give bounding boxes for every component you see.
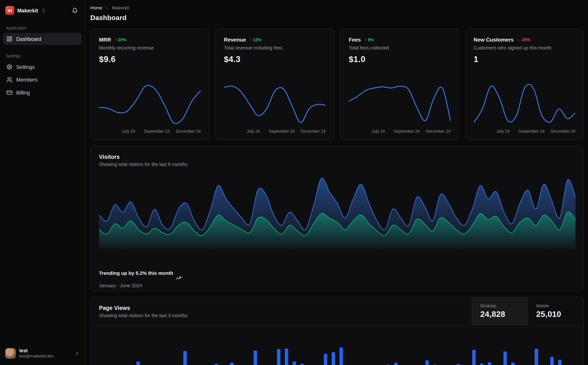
sidebar-item-billing[interactable]: Billing [3,86,82,99]
stat-delta-badge: ↑20% [115,37,126,42]
layout-dashboard-icon [7,36,13,42]
revenue-sparkline-chart: July 24 September 24 December 24 [224,83,325,135]
trend-arrow-icon: ↓ [517,37,519,42]
workspace-logo: m [5,6,14,15]
mrr-sparkline-chart: July 24 September 24 December 24 [99,83,201,135]
stat-title: Revenue [224,37,246,43]
page-views-subtitle: Showing total visitors for the last 3 mo… [99,313,463,318]
breadcrumb-current: Makerkit [112,5,129,11]
section-label-application: Application [3,23,82,32]
sidebar-item-label: Members [16,77,38,83]
toggle-value: 24,828 [480,309,519,319]
breadcrumb-home-link[interactable]: Home [90,5,102,11]
sidebar-item-label: Settings [16,64,35,70]
fees-sparkline-chart: July 24 September 24 December 24 [349,83,450,135]
x-axis-label: July 24 [247,129,260,133]
workspace-logo-letter: m [7,8,12,14]
bell-icon [72,8,78,14]
stat-subtitle: Total fees collected [349,45,450,51]
user-name: test [19,348,54,354]
stat-subtitle: Customers who signed up this month [474,45,575,51]
credit-card-icon [7,90,13,96]
page-views-toggle-desktop[interactable]: Desktop 24,828 [471,297,527,325]
x-axis-label: July 24 [372,129,385,133]
new-customers-sparkline-chart: July 24 September 24 December 24 [474,83,575,135]
x-axis-label: September 24 [269,129,295,133]
section-label-settings: Settings [3,51,82,60]
stat-card-fees: Fees ↑9% Total fees collected $1.0 July … [340,29,459,140]
visitors-card: Visitors Showing total visitors for the … [90,146,584,292]
x-axis-label: July 24 [497,129,510,133]
app-window: m Makerkit Application Dashboard Setting… [0,0,588,365]
chevrons-up-down-icon [75,351,79,356]
stat-title: New Customers [474,37,514,43]
sidebar-item-members[interactable]: Members [3,74,82,86]
stat-value: $9.6 [99,54,201,64]
stat-value: 1 [474,54,575,64]
x-axis-label: September 24 [519,129,545,133]
notifications-button[interactable] [70,6,79,15]
stat-delta-badge: ↑12% [250,37,261,42]
sidebar-item-settings[interactable]: Settings [3,61,82,73]
toggle-label: Desktop [480,304,519,308]
workspace-switcher[interactable]: m Makerkit [3,4,82,17]
sidebar-item-label: Dashboard [16,36,41,42]
user-email: test@makerkit.dev [19,354,54,359]
gear-icon [7,64,13,70]
x-axis-label: September 24 [144,129,170,133]
toggle-label: Mobile [536,304,575,308]
page-views-title: Page Views [99,305,463,311]
x-axis-label: July 24 [122,129,135,133]
sidebar-item-dashboard[interactable]: Dashboard [3,33,82,45]
chevron-right-icon [105,6,109,10]
stat-card-revenue: Revenue ↑12% Total revenue including fee… [215,29,334,140]
stat-card-mrr: MRR ↑20% Monthly recurring revenue $9.6 … [90,29,209,140]
x-axis-label: December 24 [426,129,450,133]
page-title: Dashboard [90,14,584,22]
visitors-title: Visitors [99,154,575,160]
main-content: Home Makerkit Dashboard MRR ↑20% Monthly… [85,0,588,365]
trend-arrow-icon: ↑ [250,37,252,42]
stat-subtitle: Monthly recurring revenue [99,45,201,51]
trend-arrow-icon: ↑ [115,37,117,42]
workspace-name: Makerkit [17,8,38,14]
visitors-trend-text: Trending up by 5.2% this month [99,270,173,276]
stat-title: MRR [99,37,111,43]
stat-subtitle: Total revenue including fees [224,45,325,51]
avatar [5,348,16,359]
page-views-bar-chart [91,325,583,365]
toggle-value: 25,010 [536,309,575,319]
trending-up-icon [176,265,181,281]
stat-delta-badge: ↑9% [365,37,374,42]
stat-value: $1.0 [349,54,450,64]
x-axis-label: December 24 [301,129,326,133]
users-icon [7,77,13,83]
breadcrumb: Home Makerkit [90,5,584,11]
stat-title: Fees [349,37,361,43]
stat-card-new-customers: New Customers ↓-25% Customers who signed… [465,29,584,140]
visitors-date-range: January - June 2024 [99,283,575,288]
sidebar: m Makerkit Application Dashboard Setting… [0,0,85,365]
user-menu[interactable]: test test@makerkit.dev [3,346,82,362]
x-axis-label: December 24 [176,129,201,133]
page-views-toggle-mobile[interactable]: Mobile 25,010 [527,297,583,325]
stat-delta-badge: ↓-25% [517,37,530,42]
trend-arrow-icon: ↑ [365,37,367,42]
sidebar-item-label: Billing [16,90,30,95]
chevrons-up-down-icon [41,8,46,13]
visitors-subtitle: Showing total visitors for the last 6 mo… [99,162,575,167]
page-views-card: Page Views Showing total visitors for th… [90,297,584,365]
x-axis-label: December 24 [550,129,575,133]
x-axis-label: September 24 [394,129,420,133]
visitors-area-chart [99,177,576,249]
stat-cards-row: MRR ↑20% Monthly recurring revenue $9.6 … [90,29,584,140]
stat-value: $4.3 [224,54,325,64]
